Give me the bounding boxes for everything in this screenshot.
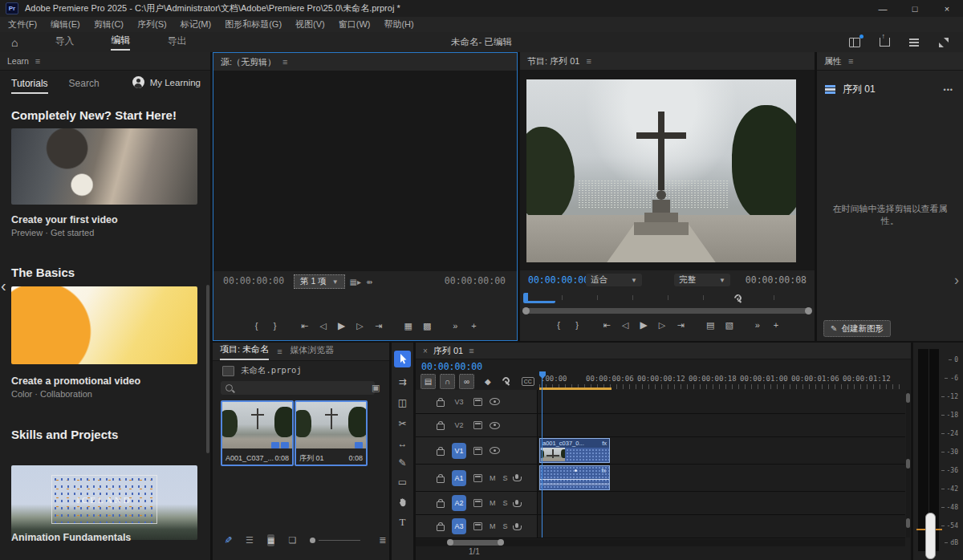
zoom-handle-right[interactable] xyxy=(805,307,812,314)
slider-handle[interactable] xyxy=(310,538,315,543)
goto-out-icon[interactable]: ⇥ xyxy=(677,320,685,331)
maximize-button[interactable]: □ xyxy=(899,0,931,17)
program-zoom-scrollbar[interactable] xyxy=(523,308,811,314)
tutorial-card-title[interactable]: Create a promotional video xyxy=(11,375,140,387)
close-button[interactable]: × xyxy=(931,0,963,17)
panel-menu-icon[interactable]: ≡ xyxy=(282,57,287,67)
lock-icon[interactable] xyxy=(437,477,445,483)
captions-icon[interactable]: CC xyxy=(522,377,534,386)
panel-menu-icon[interactable]: ≡ xyxy=(586,56,591,66)
sync-lock-icon[interactable] xyxy=(473,421,482,429)
mark-in-icon[interactable]: { xyxy=(555,320,563,330)
horizontal-scrollbar[interactable] xyxy=(416,539,905,546)
fullscreen-icon[interactable] xyxy=(937,37,950,48)
search-input[interactable] xyxy=(237,383,352,393)
sync-lock-icon[interactable] xyxy=(473,398,482,406)
tab-search[interactable]: Search xyxy=(69,78,100,94)
program-mini-ruler[interactable] xyxy=(562,295,807,300)
button-editor-icon[interactable]: + xyxy=(469,321,477,331)
quick-export-icon[interactable] xyxy=(878,37,891,48)
zoom-handle-left[interactable] xyxy=(522,307,530,314)
menu-edit[interactable]: 编辑(E) xyxy=(51,18,80,30)
razor-tool[interactable]: ✂ xyxy=(394,415,411,432)
hscroll-handle-right[interactable] xyxy=(498,539,504,546)
more-buttons-icon[interactable]: » xyxy=(451,321,459,331)
snap-magnet-icon[interactable]: ∩ xyxy=(440,374,455,389)
tutorial-card-image[interactable] xyxy=(11,128,197,205)
vscroll-knob[interactable] xyxy=(906,459,910,469)
track-area[interactable] xyxy=(538,390,905,413)
panel-menu-icon[interactable]: ≡ xyxy=(35,56,40,66)
mute-button[interactable]: M xyxy=(490,474,496,482)
playback-resolution-dropdown[interactable]: 完整 ▼ xyxy=(674,274,730,286)
type-tool[interactable]: T xyxy=(394,513,411,530)
track-target-badge[interactable]: A2 xyxy=(452,495,466,511)
my-learning[interactable]: My Learning xyxy=(132,76,201,88)
nest-toggle-icon[interactable]: ▤ xyxy=(421,374,436,389)
filmstrip-icon[interactable]: ▦▸ xyxy=(350,278,361,286)
track-area[interactable] xyxy=(538,492,905,514)
slip-tool[interactable]: ↔ xyxy=(394,435,411,452)
more-buttons-icon[interactable]: » xyxy=(754,320,762,330)
tutorial-card-title[interactable]: Animation Fundamentals xyxy=(11,532,131,543)
menu-graphics[interactable]: 图形和标题(G) xyxy=(225,18,282,30)
track-area[interactable] xyxy=(538,414,905,436)
meter-scrollbar[interactable] xyxy=(925,513,936,559)
lift-icon[interactable]: ▤ xyxy=(706,320,714,331)
project-item-clip[interactable]: A001_C037_... 0:08 xyxy=(221,400,294,466)
insert-icon[interactable]: ▦ xyxy=(404,321,412,331)
eye-icon[interactable] xyxy=(490,447,500,454)
goto-in-icon[interactable]: ⇤ xyxy=(301,321,309,331)
track-target-badge[interactable]: A3 xyxy=(452,518,466,534)
mic-icon[interactable] xyxy=(515,474,518,479)
mute-button[interactable]: M xyxy=(490,522,496,530)
menu-window[interactable]: 窗口(W) xyxy=(339,18,371,30)
play-icon[interactable]: ▶ xyxy=(338,320,346,331)
selection-tool[interactable] xyxy=(394,351,411,367)
tab-tutorials[interactable]: Tutorials xyxy=(11,78,48,94)
tutorial-card-image[interactable] xyxy=(11,286,197,364)
eye-icon[interactable] xyxy=(490,398,500,405)
new-bin-icon[interactable]: ▣ xyxy=(372,383,380,393)
menu-sequence[interactable]: 序列(S) xyxy=(137,18,167,30)
tab-media-browser[interactable]: 媒体浏览器 xyxy=(291,344,335,359)
project-item-sequence[interactable]: 序列 01 0:08 xyxy=(295,400,368,466)
mark-out-icon[interactable]: } xyxy=(573,320,581,330)
minimize-button[interactable]: — xyxy=(867,0,899,17)
mute-button[interactable]: M xyxy=(490,499,496,507)
timeline-settings-icon[interactable] xyxy=(502,377,511,387)
hscroll-handle-left[interactable] xyxy=(447,539,453,546)
menu-view[interactable]: 视图(V) xyxy=(295,18,325,30)
lock-icon[interactable] xyxy=(437,424,445,430)
overwrite-icon[interactable]: ▩ xyxy=(423,321,431,331)
track-area[interactable] xyxy=(538,515,905,538)
tab-import[interactable]: 导入 xyxy=(55,34,74,50)
more-options-icon[interactable]: ••• xyxy=(944,86,953,94)
freeform-view-icon[interactable]: ❏ xyxy=(288,535,296,546)
track-label[interactable]: V2 xyxy=(452,421,466,429)
menu-markers[interactable]: 标记(M) xyxy=(181,18,212,30)
panel-menu-icon[interactable]: ≡ xyxy=(277,347,282,356)
compare-view-icon[interactable]: ⇻ xyxy=(366,278,372,286)
step-back-icon[interactable]: ◁ xyxy=(319,321,327,331)
mark-in-icon[interactable]: { xyxy=(253,321,261,331)
lock-icon[interactable] xyxy=(437,525,445,531)
workspaces-menu-icon[interactable] xyxy=(908,37,920,48)
step-back-icon[interactable]: ◁ xyxy=(621,320,629,331)
track-target-badge[interactable]: V1 xyxy=(452,443,466,459)
thumbnail-zoom-slider[interactable] xyxy=(310,538,360,543)
icon-view-icon[interactable]: ▦ xyxy=(267,534,274,546)
tutorial-card-title[interactable]: Create your first video xyxy=(11,214,118,225)
source-timecode[interactable]: 00:00:00:00 xyxy=(223,275,284,286)
linked-selection-icon[interactable]: ∞ xyxy=(459,374,474,389)
sort-icon[interactable]: ≣ xyxy=(379,535,386,546)
button-editor-icon[interactable]: + xyxy=(772,320,780,330)
tutorial-card-image[interactable]: ICELAND xyxy=(11,465,197,540)
track-select-forward-tool[interactable]: ⇉ xyxy=(394,373,411,390)
step-forward-icon[interactable]: ▷ xyxy=(356,321,364,331)
tab-project[interactable]: 项目: 未命名 xyxy=(220,343,269,360)
track-target-badge[interactable]: A1 xyxy=(452,470,466,486)
track-label[interactable]: V3 xyxy=(452,398,466,406)
tab-edit[interactable]: 编辑 xyxy=(111,34,130,51)
mark-out-icon[interactable]: } xyxy=(271,321,279,331)
